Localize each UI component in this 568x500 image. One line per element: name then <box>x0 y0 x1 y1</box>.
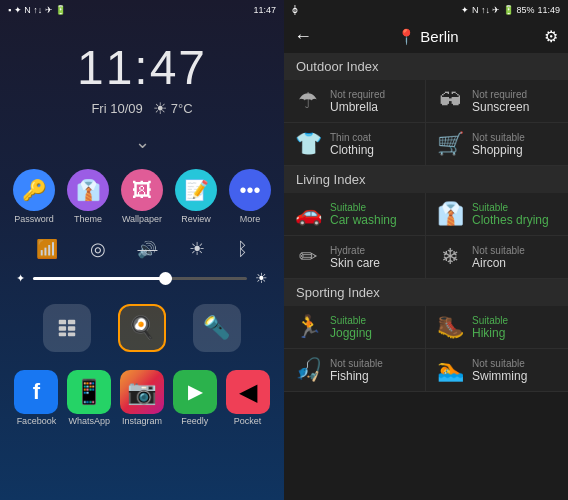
hiking-label: Hiking <box>472 326 508 340</box>
clothing-cell: 👕 Thin coat Clothing <box>284 123 426 166</box>
brightness-low-icon: ✦ <box>16 272 25 285</box>
shopping-cell: 🛒 Not suitable Shopping <box>426 123 568 166</box>
fishing-icon: 🎣 <box>294 357 322 383</box>
feedly-icon[interactable]: ▶ <box>173 370 217 414</box>
outdoor-grid: ☂ Not required Umbrella 🕶 Not required S… <box>284 80 568 166</box>
swimming-icon: 🏊 <box>436 357 464 383</box>
bottom-app-feedly[interactable]: ▶ Feedly <box>173 370 217 426</box>
right-status-bar: ϕ ✦ N ↑↓ ✈ 🔋 85% 11:49 <box>284 0 568 20</box>
clothing-icon: 👕 <box>294 131 322 157</box>
sunscreen-text: Not required Sunscreen <box>472 89 529 114</box>
dock-flashlight[interactable]: 🔦 <box>193 304 241 352</box>
svg-rect-4 <box>59 333 66 337</box>
settings-button[interactable]: ⚙ <box>544 27 558 46</box>
clothes-drying-text: Suitable Clothes drying <box>472 202 549 227</box>
aircon-text: Not suitable Aircon <box>472 245 525 270</box>
app-icon-review[interactable]: 📝 Review <box>175 169 217 224</box>
brightness-thumb[interactable] <box>159 272 172 285</box>
skincare-status: Hydrate <box>330 245 380 256</box>
dock-calculator[interactable] <box>43 304 91 352</box>
whatsapp-label: WhatsApp <box>68 416 110 426</box>
jogging-text: Suitable Jogging <box>330 315 372 340</box>
svg-rect-0 <box>59 320 66 325</box>
umbrella-label: Umbrella <box>330 100 385 114</box>
sunscreen-icon: 🕶 <box>436 88 464 114</box>
app-label-more: More <box>240 214 261 224</box>
instagram-label: Instagram <box>122 416 162 426</box>
sunscreen-label: Sunscreen <box>472 100 529 114</box>
aircon-status: Not suitable <box>472 245 525 256</box>
dock-cooking[interactable]: 🍳 <box>118 304 166 352</box>
right-time: 11:49 <box>537 5 560 15</box>
fishing-text: Not suitable Fishing <box>330 358 383 383</box>
app-icon-more[interactable]: ••• More <box>229 169 271 224</box>
app-icon-password[interactable]: 🔑 Password <box>13 169 55 224</box>
facebook-icon[interactable]: f <box>14 370 58 414</box>
living-grid: 🚗 Suitable Car washing 👔 Suitable Clothe… <box>284 193 568 279</box>
wifi-toggle[interactable]: 📶 <box>36 238 58 260</box>
svg-rect-2 <box>59 326 66 331</box>
brightness-slider-row: ✦ ☀ <box>0 266 284 290</box>
umbrella-status: Not required <box>330 89 385 100</box>
right-header: ← 📍 Berlin ⚙ <box>284 20 568 53</box>
weather-info: ☀ 7°C <box>153 99 193 118</box>
carwashing-label: Car washing <box>330 213 397 227</box>
clothes-drying-icon: 👔 <box>436 201 464 227</box>
jogging-icon: 🏃 <box>294 314 322 340</box>
password-icon-circle[interactable]: 🔑 <box>13 169 55 211</box>
left-status-time: 11:47 <box>253 5 276 15</box>
more-icon-circle[interactable]: ••• <box>229 169 271 211</box>
review-icon-circle[interactable]: 📝 <box>175 169 217 211</box>
shopping-label: Shopping <box>472 143 525 157</box>
clock-time: 11:47 <box>0 40 284 95</box>
sunscreen-cell: 🕶 Not required Sunscreen <box>426 80 568 123</box>
clothing-text: Thin coat Clothing <box>330 132 374 157</box>
dock-row: 🍳 🔦 <box>0 294 284 362</box>
shopping-status: Not suitable <box>472 132 525 143</box>
bottom-app-pocket[interactable]: ◀ Pocket <box>226 370 270 426</box>
brightness-track[interactable] <box>33 277 247 280</box>
app-label-wallpaper: Wallpaper <box>122 214 162 224</box>
brightness-high-icon: ☀ <box>255 270 268 286</box>
instagram-icon[interactable]: 📷 <box>120 370 164 414</box>
shopping-icon: 🛒 <box>436 131 464 157</box>
left-panel: ▪ ✦ N ↑↓ ✈ 🔋 11:47 11:47 Fri 10/09 ☀ 7°C… <box>0 0 284 500</box>
brightness-toggle[interactable]: ☀ <box>189 238 205 260</box>
umbrella-cell: ☂ Not required Umbrella <box>284 80 426 123</box>
app-icon-theme[interactable]: 👔 Theme <box>67 169 109 224</box>
clothes-drying-status: Suitable <box>472 202 549 213</box>
shopping-text: Not suitable Shopping <box>472 132 525 157</box>
living-index-header: Living Index <box>284 166 568 193</box>
feedly-label: Feedly <box>181 416 208 426</box>
app-icon-wallpaper[interactable]: 🖼 Wallpaper <box>121 169 163 224</box>
bluetooth-toggle[interactable]: ᛒ <box>237 239 248 260</box>
clothes-drying-label: Clothes drying <box>472 213 549 227</box>
app-label-review: Review <box>181 214 211 224</box>
back-button[interactable]: ← <box>294 26 312 47</box>
aircon-label: Aircon <box>472 256 525 270</box>
umbrella-text: Not required Umbrella <box>330 89 385 114</box>
wallpaper-icon-circle[interactable]: 🖼 <box>121 169 163 211</box>
location-toggle[interactable]: ◎ <box>90 238 106 260</box>
bottom-app-whatsapp[interactable]: 📱 WhatsApp <box>67 370 111 426</box>
swimming-status: Not suitable <box>472 358 527 369</box>
mute-toggle[interactable]: 🔊 <box>137 240 157 259</box>
whatsapp-icon[interactable]: 📱 <box>67 370 111 414</box>
sporting-index-header: Sporting Index <box>284 279 568 306</box>
weather-icon: ☀ <box>153 99 167 118</box>
jogging-cell: 🏃 Suitable Jogging <box>284 306 426 349</box>
pocket-icon[interactable]: ◀ <box>226 370 270 414</box>
facebook-label: Facebook <box>17 416 57 426</box>
clothing-status: Thin coat <box>330 132 374 143</box>
bottom-app-facebook[interactable]: f Facebook <box>14 370 58 426</box>
skincare-text: Hydrate Skin care <box>330 245 380 270</box>
app-label-theme: Theme <box>74 214 102 224</box>
svg-rect-5 <box>68 333 75 337</box>
carwashing-cell: 🚗 Suitable Car washing <box>284 193 426 236</box>
sporting-grid: 🏃 Suitable Jogging 🥾 Suitable Hiking 🎣 N… <box>284 306 568 392</box>
jogging-status: Suitable <box>330 315 372 326</box>
brightness-fill <box>33 277 172 280</box>
theme-icon-circle[interactable]: 👔 <box>67 169 109 211</box>
date-display: Fri 10/09 <box>91 101 142 116</box>
bottom-app-instagram[interactable]: 📷 Instagram <box>120 370 164 426</box>
